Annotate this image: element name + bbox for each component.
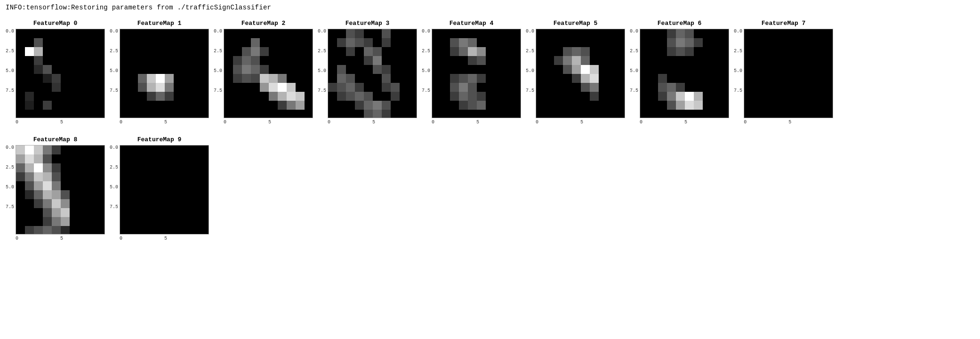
y-axis: 0.02.55.07.5 — [110, 145, 120, 234]
y-axis-label: 5.0 — [526, 68, 534, 73]
y-axis-label: 2.5 — [526, 48, 534, 54]
feature-map-title: FeatureMap 5 — [554, 20, 598, 27]
plot-area: 0.02.55.07.505 — [110, 145, 209, 241]
feature-map-title: FeatureMap 0 — [33, 20, 78, 27]
feature-map-fm5: FeatureMap 50.02.55.07.505 — [526, 20, 625, 125]
y-axis-label: 5.0 — [734, 68, 742, 73]
y-axis-label: 2.5 — [110, 48, 118, 54]
y-axis: 0.02.55.07.5 — [630, 29, 640, 118]
feature-map-canvas-fm3 — [328, 29, 417, 118]
y-axis-label: 7.5 — [214, 88, 222, 93]
x-axis-label: 5 — [164, 236, 167, 241]
x-axis-label: 5 — [60, 236, 63, 241]
canvas-container — [640, 29, 729, 118]
canvas-container — [744, 29, 833, 118]
y-axis-label: 5.0 — [214, 68, 222, 73]
x-axis-label: 0 — [224, 120, 226, 125]
x-axis-label: 0 — [328, 120, 330, 125]
y-axis-label: 0.0 — [6, 29, 14, 34]
feature-map-fm2: FeatureMap 20.02.55.07.505 — [214, 20, 313, 125]
y-axis-label: 5.0 — [422, 68, 430, 73]
x-axis-label: 5 — [476, 120, 479, 125]
x-axis-label: 5 — [268, 120, 271, 125]
plot-area: 0.02.55.07.505 — [318, 29, 417, 125]
canvas-container — [432, 29, 521, 118]
y-axis-label: 2.5 — [214, 48, 222, 54]
y-axis-label: 0.0 — [110, 29, 118, 34]
canvas-container — [224, 29, 313, 118]
feature-map-title: FeatureMap 1 — [137, 20, 182, 27]
x-axis: 05 — [640, 118, 729, 125]
x-axis-label: 0 — [432, 120, 434, 125]
feature-map-fm1: FeatureMap 10.02.55.07.505 — [110, 20, 209, 125]
feature-map-title: FeatureMap 9 — [137, 136, 182, 143]
y-axis-label: 2.5 — [630, 48, 638, 54]
y-axis-label: 0.0 — [318, 29, 326, 34]
plot-area: 0.02.55.07.505 — [422, 29, 521, 125]
y-axis: 0.02.55.07.5 — [422, 29, 432, 118]
x-axis-label: 5 — [580, 120, 583, 125]
x-axis-label: 0 — [744, 120, 747, 125]
x-axis: 05 — [120, 118, 209, 125]
plot-area: 0.02.55.07.505 — [110, 29, 209, 125]
y-axis-label: 0.0 — [526, 29, 534, 34]
canvas-container — [120, 145, 209, 234]
y-axis-label: 5.0 — [110, 185, 118, 190]
x-axis: 05 — [120, 234, 209, 241]
feature-map-title: FeatureMap 4 — [450, 20, 494, 27]
x-axis: 05 — [536, 118, 625, 125]
x-axis-label: 0 — [16, 120, 18, 125]
feature-map-canvas-fm2 — [224, 29, 313, 118]
y-axis: 0.02.55.07.5 — [214, 29, 224, 118]
feature-map-fm8: FeatureMap 80.02.55.07.505 — [6, 136, 105, 241]
feature-map-title: FeatureMap 2 — [241, 20, 286, 27]
feature-map-canvas-fm5 — [536, 29, 625, 118]
x-axis-label: 5 — [684, 120, 687, 125]
y-axis-label: 7.5 — [630, 88, 638, 93]
y-axis-label: 2.5 — [318, 48, 326, 54]
y-axis-label: 2.5 — [422, 48, 430, 54]
feature-map-canvas-fm9 — [120, 145, 209, 234]
canvas-container — [16, 145, 105, 234]
x-axis-label: 0 — [120, 236, 122, 241]
x-axis-label: 5 — [60, 120, 63, 125]
feature-map-canvas-fm7 — [744, 29, 833, 118]
y-axis: 0.02.55.07.5 — [6, 29, 16, 118]
y-axis-label: 0.0 — [734, 29, 742, 34]
x-axis-label: 0 — [16, 236, 18, 241]
canvas-container — [16, 29, 105, 118]
y-axis-label: 7.5 — [110, 88, 118, 93]
y-axis-label: 2.5 — [734, 48, 742, 54]
feature-map-title: FeatureMap 8 — [33, 136, 78, 143]
feature-map-canvas-fm6 — [640, 29, 729, 118]
x-axis: 05 — [744, 118, 833, 125]
x-axis: 05 — [16, 234, 105, 241]
x-axis: 05 — [16, 118, 105, 125]
y-axis-label: 7.5 — [318, 88, 326, 93]
x-axis: 05 — [432, 118, 521, 125]
y-axis-label: 5.0 — [6, 68, 14, 73]
y-axis: 0.02.55.07.5 — [318, 29, 328, 118]
y-axis-label: 0.0 — [422, 29, 430, 34]
feature-map-fm7: FeatureMap 70.02.55.07.505 — [734, 20, 833, 125]
x-axis-label: 5 — [164, 120, 167, 125]
plot-area: 0.02.55.07.505 — [6, 29, 105, 125]
plot-area: 0.02.55.07.505 — [6, 145, 105, 241]
y-axis-label: 5.0 — [630, 68, 638, 73]
x-axis-label: 0 — [640, 120, 643, 125]
y-axis-label: 7.5 — [6, 88, 14, 93]
plot-area: 0.02.55.07.505 — [526, 29, 625, 125]
feature-maps-row-1: FeatureMap 00.02.55.07.505FeatureMap 10.… — [6, 20, 974, 125]
y-axis-label: 7.5 — [526, 88, 534, 93]
x-axis-label: 0 — [120, 120, 122, 125]
y-axis-label: 2.5 — [6, 48, 14, 54]
y-axis: 0.02.55.07.5 — [110, 29, 120, 118]
y-axis-label: 7.5 — [6, 204, 14, 210]
feature-map-canvas-fm4 — [432, 29, 521, 118]
plot-area: 0.02.55.07.505 — [630, 29, 729, 125]
feature-maps-container: FeatureMap 00.02.55.07.505FeatureMap 10.… — [6, 20, 974, 241]
y-axis-label: 5.0 — [318, 68, 326, 73]
plot-area: 0.02.55.07.505 — [734, 29, 833, 125]
y-axis-label: 7.5 — [734, 88, 742, 93]
y-axis: 0.02.55.07.5 — [734, 29, 744, 118]
